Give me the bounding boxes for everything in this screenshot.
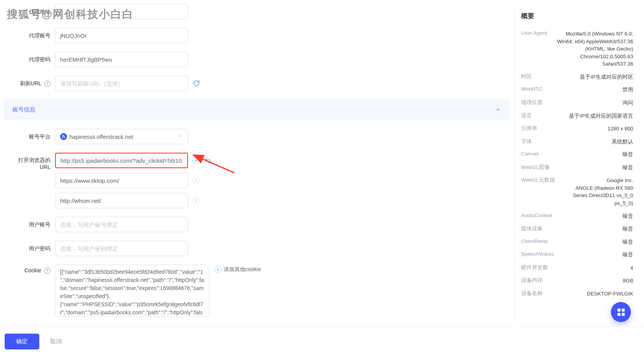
summary-title: 概要 xyxy=(521,12,633,20)
summary-row: User AgentMozilla/5.0 (Windows NT 6.0; W… xyxy=(521,27,633,71)
user-account-input[interactable] xyxy=(55,217,188,232)
refresh-url-row: 刷新URL ! xyxy=(11,76,502,91)
summary-key: 时区 xyxy=(521,73,537,80)
summary-value: 8GB xyxy=(623,277,633,285)
chevron-up-icon xyxy=(495,107,501,112)
user-account-row: 用户账号 xyxy=(11,217,502,232)
open-url-input-0[interactable] xyxy=(55,153,188,168)
user-pass-label: 用户密码 xyxy=(11,245,55,252)
grid-icon xyxy=(617,309,625,316)
cancel-button[interactable]: 取消 xyxy=(50,338,62,345)
proxy-host-label: 代理地址 xyxy=(11,8,55,15)
summary-row: WebRTC禁用 xyxy=(521,83,633,96)
summary-row: 地理位置询问 xyxy=(521,96,633,110)
summary-key: 媒体设备 xyxy=(521,225,547,232)
confirm-button[interactable]: 确定 xyxy=(5,334,39,349)
summary-value: 噪音 xyxy=(622,225,633,233)
summary-row: Canvas噪音 xyxy=(521,148,633,161)
open-url-input-2[interactable] xyxy=(55,193,188,208)
summary-key: User Agent xyxy=(521,30,552,36)
summary-value: 系统默认 xyxy=(612,138,633,146)
remove-url-button-2[interactable]: × xyxy=(193,197,200,204)
summary-row: 字体系统默认 xyxy=(521,135,633,148)
summary-key: 分辨率 xyxy=(521,125,542,132)
summary-panel: 概要 User AgentMozilla/5.0 (Windows NT 6.0… xyxy=(515,5,639,325)
open-urls-row: 打开浏览器的URL + × xyxy=(11,153,502,208)
footer-bar: 确定 取消 xyxy=(0,327,644,356)
summary-value: Google Inc. ANGLE (Radeon RX 580 Series … xyxy=(560,177,633,207)
summary-row: 分辨率1280 x 800 xyxy=(521,122,633,135)
summary-row: ClientRects噪音 xyxy=(521,236,633,249)
summary-value: 禁用 xyxy=(622,86,633,94)
summary-value: 噪音 xyxy=(622,151,633,159)
summary-value: DESKTOP-FWLGIK xyxy=(587,290,633,298)
proxy-user-input[interactable] xyxy=(55,28,188,43)
summary-row: 设备名称DESKTOP-FWLGIK xyxy=(521,287,633,300)
proxy-user-label: 代理账号 xyxy=(11,32,55,39)
summary-value: 基于IP生成对应的时区 xyxy=(580,73,633,81)
refresh-icon[interactable] xyxy=(192,79,201,88)
proxy-host-input[interactable] xyxy=(55,4,188,19)
refresh-url-input[interactable] xyxy=(55,76,188,91)
proxy-pass-input[interactable] xyxy=(55,52,188,67)
summary-value: 1280 x 800 xyxy=(607,125,633,133)
summary-key: 地理位置 xyxy=(521,99,547,106)
cookie-row: Cookie ! + 添加其他cookie xyxy=(11,265,502,317)
platform-icon: h xyxy=(60,133,67,140)
open-urls-label: 打开浏览器的URL xyxy=(11,153,55,170)
remove-url-button-1[interactable]: × xyxy=(193,177,200,184)
platform-row: 账号平台 h hapinessii.offerstrack.net xyxy=(11,129,502,144)
summary-value: 基于IP生成对应的国家语言 xyxy=(569,112,633,120)
account-section-header[interactable]: 账号信息 xyxy=(4,100,509,120)
platform-label: 账号平台 xyxy=(11,133,55,140)
cookie-label: Cookie ! xyxy=(11,265,55,274)
user-pass-row: 用户密码 xyxy=(11,241,502,256)
summary-row: WebGL图像噪音 xyxy=(521,161,633,174)
summary-row: 设备内存8GB xyxy=(521,274,633,287)
info-icon: ! xyxy=(44,81,50,87)
summary-value: 噪音 xyxy=(622,251,633,259)
proxy-user-row: 代理账号 xyxy=(11,28,502,43)
summary-key: ClientRects xyxy=(521,238,552,244)
summary-row: 时区基于IP生成对应的时区 xyxy=(521,71,633,84)
summary-key: 语言 xyxy=(521,112,537,119)
summary-value: Mozilla/5.0 (Windows NT 6.0; Win64; x64)… xyxy=(552,30,633,68)
floating-apps-button[interactable] xyxy=(611,302,631,322)
platform-select[interactable]: h hapinessii.offerstrack.net xyxy=(55,129,188,144)
summary-key: Canvas xyxy=(521,151,543,157)
summary-row: WebGL元数据Google Inc. ANGLE (Radeon RX 580… xyxy=(521,174,633,209)
info-icon: ! xyxy=(44,268,50,274)
summary-key: SpeechVoices xyxy=(521,251,559,257)
user-account-label: 用户账号 xyxy=(11,221,55,228)
summary-value: 噪音 xyxy=(622,213,633,220)
summary-key: AudioContext xyxy=(521,213,557,218)
summary-key: WebRTC xyxy=(521,86,547,92)
summary-key: 字体 xyxy=(521,138,537,145)
account-section-title: 账号信息 xyxy=(12,106,35,113)
summary-value: 噪音 xyxy=(622,164,633,172)
platform-value: hapinessii.offerstrack.net xyxy=(69,133,133,140)
summary-row: SpeechVoices噪音 xyxy=(521,248,633,262)
summary-key: 设备内存 xyxy=(521,277,547,284)
summary-row: 语言基于IP生成对应的国家语言 xyxy=(521,110,633,123)
summary-key: WebGL图像 xyxy=(521,164,554,171)
proxy-host-row: 代理地址 xyxy=(11,4,502,19)
user-pass-input[interactable] xyxy=(55,241,188,256)
summary-key: 设备名称 xyxy=(521,290,547,297)
summary-row: 媒体设备噪音 xyxy=(521,223,633,236)
summary-key: WebGL元数据 xyxy=(521,177,560,184)
cookie-textarea[interactable] xyxy=(55,265,209,317)
summary-value: 询问 xyxy=(622,99,633,107)
summary-key: 硬件并发数 xyxy=(521,264,553,271)
undo-icon[interactable] xyxy=(203,156,213,165)
summary-value: 4 xyxy=(630,264,633,272)
open-url-input-1[interactable] xyxy=(55,173,188,188)
proxy-pass-label: 代理密码 xyxy=(11,56,55,63)
summary-value: 噪音 xyxy=(622,238,633,246)
add-other-cookie-button[interactable]: + 添加其他cookie xyxy=(215,266,261,273)
summary-row: AudioContext噪音 xyxy=(521,210,633,223)
summary-row: 硬件并发数4 xyxy=(521,262,633,275)
refresh-url-label: 刷新URL ! xyxy=(11,80,55,87)
proxy-pass-row: 代理密码 xyxy=(11,52,502,67)
add-url-button[interactable]: + xyxy=(193,157,200,164)
